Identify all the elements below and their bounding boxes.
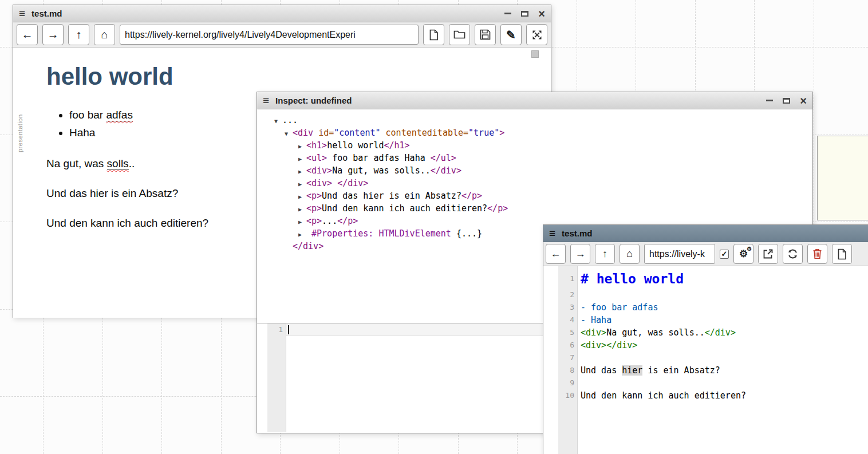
menu-icon[interactable]: ≡ <box>263 95 269 106</box>
line-number[interactable]: 5 <box>558 326 577 339</box>
new-file-button[interactable] <box>832 244 852 264</box>
gears-icon: ⚙⚙ <box>739 249 748 259</box>
collapse-arrow-icon[interactable]: ▼ <box>285 128 293 140</box>
forward-button[interactable]: → <box>570 244 590 264</box>
new-file-icon <box>837 248 847 260</box>
code-token: # hello world <box>581 271 684 286</box>
line-number[interactable]: 4 <box>558 314 577 326</box>
code-token: Und den kann ich auch editieren? <box>581 390 746 401</box>
text-span: Na gut, was <box>46 157 107 169</box>
settings-button[interactable]: ⚙⚙ <box>733 244 753 264</box>
menu-icon[interactable]: ≡ <box>549 228 555 239</box>
code-editor[interactable]: 12345678910 # hello world- foo bar adfas… <box>543 266 868 454</box>
line-number[interactable]: 1 <box>267 323 286 336</box>
code-token: <div> <box>306 178 332 188</box>
editor-margin <box>543 266 558 454</box>
mini-editor-gutter[interactable]: 1 <box>267 323 286 432</box>
open-folder-button[interactable] <box>449 24 470 45</box>
expand-arrow-icon[interactable]: ▶ <box>298 228 306 241</box>
save-button[interactable] <box>475 24 496 45</box>
edit-button[interactable]: ✎ <box>500 24 522 45</box>
code-line[interactable]: <div></div> <box>581 339 868 352</box>
menu-icon[interactable]: ≡ <box>19 8 25 19</box>
line-number[interactable]: 10 <box>558 389 577 402</box>
tree-node[interactable]: ▼... <box>257 114 812 127</box>
code-token: <p> <box>306 191 322 201</box>
forward-button[interactable]: → <box>42 24 64 45</box>
url-input[interactable] <box>644 244 715 264</box>
code-line[interactable]: <div>Na gut, was solls..</div> <box>581 326 868 339</box>
resize-widget[interactable] <box>531 50 539 58</box>
close-button[interactable]: × <box>538 8 545 19</box>
tree-node[interactable]: ▶<p>Und das hier is ein Absatz?</p> <box>257 190 812 202</box>
preview-heading[interactable]: hello world <box>46 48 551 90</box>
minimize-button[interactable] <box>766 100 773 101</box>
titlebar[interactable]: ≡ test.md <box>543 225 868 242</box>
tree-node[interactable]: ▶<h1>hello world</h1> <box>257 139 812 152</box>
code-line[interactable]: - foo bar adfas <box>581 301 868 314</box>
code-line[interactable] <box>581 377 868 389</box>
line-number[interactable]: 8 <box>558 364 577 377</box>
home-button[interactable]: ⌂ <box>620 244 640 264</box>
titlebar[interactable]: ≡ test.md × <box>13 5 551 22</box>
tree-node[interactable]: ▼<div id="content" contenteditable="true… <box>257 127 812 139</box>
url-input[interactable] <box>120 25 419 45</box>
editor-gutter[interactable]: 12345678910 <box>558 266 578 454</box>
maximize-button[interactable] <box>783 98 790 104</box>
up-button[interactable]: ↑ <box>68 24 89 45</box>
code-line[interactable] <box>581 289 868 301</box>
close-button[interactable]: × <box>800 95 807 106</box>
line-number[interactable]: 2 <box>558 289 577 301</box>
line-number[interactable]: 3 <box>558 301 577 314</box>
minimize-icon <box>504 13 511 14</box>
expand-arrow-icon[interactable]: ▶ <box>298 178 306 191</box>
code-token: HTMLDivElement <box>378 228 456 239</box>
back-button[interactable]: ← <box>17 24 38 45</box>
line-number[interactable]: 1 <box>558 269 577 289</box>
minimize-button[interactable] <box>504 13 511 14</box>
line-number[interactable]: 7 <box>558 352 577 364</box>
code-token <box>332 178 337 188</box>
delete-button[interactable] <box>807 244 827 264</box>
expand-arrow-icon[interactable]: ▶ <box>298 216 306 228</box>
text-span: .. <box>129 157 135 169</box>
line-number[interactable]: 6 <box>558 339 577 352</box>
back-button[interactable]: ← <box>546 244 566 264</box>
tree-node[interactable]: ▶<div> </div> <box>257 177 812 190</box>
text-span: Und den kann ich auch editieren? <box>46 217 208 229</box>
options-checkbox[interactable]: ✓ <box>720 250 729 259</box>
maximize-button[interactable] <box>521 11 528 17</box>
expand-arrow-icon[interactable]: ▶ <box>298 191 306 203</box>
tree-node[interactable]: ▶<ul> foo bar adfas Haha </ul> <box>257 152 812 164</box>
editor-code[interactable]: # hello world- foo bar adfas- Haha<div>N… <box>578 266 868 454</box>
tree-node[interactable]: ▶<p>Und den kann ich auch editieren?</p> <box>257 202 812 215</box>
expand-arrow-icon[interactable]: ▶ <box>298 153 306 165</box>
open-external-button[interactable] <box>758 244 778 264</box>
collapse-arrow-icon[interactable]: ▼ <box>274 115 282 128</box>
forward-icon: → <box>575 248 586 260</box>
save-icon <box>480 29 491 40</box>
home-button[interactable]: ⌂ <box>94 24 115 45</box>
expand-arrow-icon[interactable]: ▶ <box>298 165 306 178</box>
code-line[interactable]: - Haha <box>581 314 868 326</box>
expand-arrow-icon[interactable]: ▶ <box>298 140 306 153</box>
code-line[interactable]: # hello world <box>581 269 868 289</box>
trash-icon <box>812 248 822 259</box>
up-button[interactable]: ↑ <box>595 244 615 264</box>
titlebar[interactable]: ≡ Inspect: undefined × <box>257 92 812 109</box>
check-icon: ✓ <box>721 250 728 258</box>
refresh-icon <box>787 248 798 259</box>
code-line[interactable]: Und den kann ich auch editieren? <box>581 389 868 402</box>
refresh-button[interactable] <box>783 244 803 264</box>
line-number[interactable]: 9 <box>558 377 577 389</box>
code-line[interactable] <box>581 352 868 364</box>
expand-arrow-icon[interactable]: ▶ <box>298 203 306 216</box>
new-file-button[interactable] <box>423 24 444 45</box>
code-line[interactable]: Und das hier is ein Absatz? <box>581 364 868 377</box>
back-icon: ← <box>551 248 561 260</box>
side-panel-window <box>817 136 868 220</box>
code-token: foo bar adfas Haha <box>327 153 431 163</box>
tree-node[interactable]: ▶<div>Na gut, was solls..</div> <box>257 164 812 177</box>
fullscreen-button[interactable] <box>526 24 547 45</box>
pencil-icon: ✎ <box>506 28 516 42</box>
